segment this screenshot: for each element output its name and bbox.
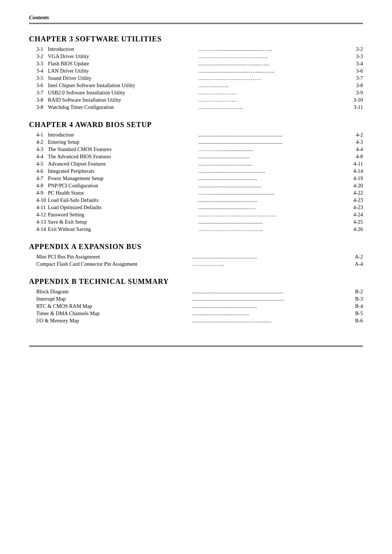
toc-entry: 3-4LAN Driver Utility…..................… (29, 68, 363, 74)
toc-entry-num: 4-6 (29, 168, 48, 174)
toc-entry-num: 3-6 (29, 82, 48, 89)
toc-entry-num: 4-14 (29, 226, 48, 232)
toc-entry-page: 4-26 (348, 226, 363, 232)
toc-entry-num: 4-8 (29, 183, 48, 189)
appendix-entry-dots: ........................................… (192, 296, 347, 302)
appendix-entry: Compact Flash Card Connector Pin Assignm… (29, 261, 363, 267)
toc-entry-page: 3-10 (348, 97, 363, 103)
toc-entry-label: PC Health Status (48, 190, 197, 196)
toc-entry-num: 3-3 (29, 61, 48, 67)
toc-entry-num: 3-4 (29, 68, 48, 74)
toc-entry-page: 3-6 (348, 68, 363, 74)
toc-entry-page: 4-24 (348, 212, 363, 218)
toc-entry-page: 4-3 (348, 139, 363, 145)
toc-entry-num: 4-4 (29, 154, 48, 160)
appendix-entry-page: A-4 (348, 261, 363, 267)
toc-entry-num: 4-9 (29, 190, 48, 196)
toc-entry-num: 3-7 (29, 90, 48, 96)
toc-entry-num: 4-1 (29, 132, 48, 138)
toc-entry-label: PNP/PCI Configuration (48, 183, 197, 189)
toc-entry-label: The Advanced BIOS Features (48, 154, 197, 160)
toc-entry-label: Introduction (48, 132, 197, 138)
toc-entry-label: Entering Setup (48, 139, 197, 145)
toc-entry: 4-1Introduction.........................… (29, 132, 363, 138)
toc-entry-page: 4-22 (348, 190, 363, 196)
toc-entry-page: 4-23 (348, 197, 363, 203)
toc-entry: 3-3Flash BIOS Update....................… (29, 61, 363, 67)
toc-entry-dots: ........................................… (198, 183, 347, 189)
toc-entry-dots: ……………………………………… (198, 212, 347, 218)
toc-entry-dots: ........................................… (198, 161, 347, 167)
contents-title: Contents (29, 15, 49, 20)
toc-entry: 4-2Entering Setup.......................… (29, 139, 363, 145)
toc-entry-label: Introduction (48, 46, 197, 52)
appendix-entry-page: B-6 (348, 318, 363, 324)
toc-entry-dots: ………………………………. (198, 226, 347, 232)
toc-entry-num: 4-3 (29, 146, 48, 152)
toc-entry-page: 4-19 (348, 175, 363, 182)
toc-entry-dots: ........................................… (198, 139, 347, 145)
chapter-heading-ch4: Chapter 4 Award BIOS Setup (29, 121, 363, 129)
toc-entry: 4-3The Standard CMOS Features …………......… (29, 146, 363, 152)
toc-entry: 3-8Watchdog Timer Configuration ……………………… (29, 104, 363, 110)
toc-entry-dots: ……......................................… (198, 190, 347, 196)
toc-entry-dots: ....................................…...… (198, 61, 347, 67)
toc-entry-num: 4-13 (29, 219, 48, 225)
appendix-heading-appB: Appendix B Technical Summary (29, 277, 363, 286)
toc-entry-dots: …...….....…... (198, 82, 347, 89)
appendix-entry-dots: ........................................… (192, 289, 347, 295)
toc-entry-page: 4-8 (348, 154, 363, 160)
toc-entry-num: 4-11 (29, 204, 48, 211)
appendix-entry: I/O & Memory Map .......................… (29, 318, 363, 324)
toc-entry-num: 3-8 (29, 104, 48, 110)
toc-entry-dots: ........................................… (198, 132, 347, 138)
toc-entry-label: Load Optimized Defaults (48, 204, 197, 211)
toc-entry-num: 4-12 (29, 212, 48, 218)
appendix-entry-page: B-4 (348, 303, 363, 309)
toc-entry-label: RAID Software Installation Utility (48, 97, 197, 103)
toc-entry: 4-4The Advanced BIOS Features ..........… (29, 154, 363, 160)
toc-entry-dots: ………….......................... (198, 146, 347, 152)
toc-entry-num: 3-1 (29, 46, 48, 52)
toc-entry-dots: ........................................… (198, 204, 347, 211)
toc-entry-label: Save & Exit Setup (48, 219, 197, 225)
toc-entry-label: The Standard CMOS Features (48, 146, 197, 152)
toc-entry: 3-1Introduction………….....................… (29, 46, 363, 52)
toc-entry-label: Sound Driver Utility (48, 75, 197, 81)
toc-entry: 4-8PNP/PCI Configuration ...............… (29, 183, 363, 189)
toc-body: Chapter 3 Software Utilities3-1Introduct… (29, 35, 363, 324)
appendix-entry-label: Compact Flash Card Connector Pin Assignm… (36, 261, 191, 267)
toc-entry-page: 4-14 (348, 168, 363, 174)
appendix-entry: Mini PCI Bus Pin Assignment ............… (29, 254, 363, 260)
toc-entry-page: 4-25 (348, 219, 363, 225)
toc-entry: 3-8RAID Software Installation Utility ……… (29, 97, 363, 103)
appendix-entry-label: RTC & CMOS RAM Map (36, 303, 191, 309)
appendix-entry: Timer & DMA Channels Map ...............… (29, 310, 363, 317)
appendix-entry-dots: ........................................… (192, 303, 347, 309)
toc-entry-label: USB2.0 Software Installation Utility (48, 90, 197, 96)
toc-entry-dots: …………………. (198, 97, 347, 103)
toc-entry-dots: …………………. (198, 90, 347, 96)
toc-entry: 3-2VGA Driver Utility…………………………….……3-3 (29, 53, 363, 60)
appendix-entry: Interrupt Map ..........................… (29, 296, 363, 302)
toc-entry-page: 4-20 (348, 183, 363, 189)
toc-entry: 4-14Exit Without Saving ……………………………….4-2… (29, 226, 363, 232)
toc-entry-label: Advanced Chipset Features (48, 161, 197, 167)
toc-entry-num: 3-2 (29, 53, 48, 60)
toc-entry-dots: ........................................… (198, 219, 347, 225)
toc-entry: 4-9PC Health Status ……..................… (29, 190, 363, 196)
toc-entry-label: Power Management Setup (48, 175, 197, 182)
toc-entry-page: 3-3 (348, 53, 363, 60)
toc-entry-page: 3-8 (348, 82, 363, 89)
toc-entry-num: 3-5 (29, 75, 48, 81)
toc-entry-page: 4-2 (348, 132, 363, 138)
appendix-entry-page: B-5 (348, 310, 363, 317)
toc-entry-page: 4-11 (348, 161, 363, 167)
appendix-entry-label: Interrupt Map (36, 296, 191, 302)
chapter-section-ch3: Chapter 3 Software Utilities3-1Introduct… (29, 35, 363, 110)
toc-entry-page: 4-23 (348, 204, 363, 211)
toc-entry-page: 3-2 (348, 46, 363, 52)
appendix-entry-label: Block Diagram (36, 289, 191, 295)
toc-entry: 4-11Load Optimized Defaults ............… (29, 204, 363, 211)
appendix-entry: Block Diagram ..........................… (29, 289, 363, 295)
